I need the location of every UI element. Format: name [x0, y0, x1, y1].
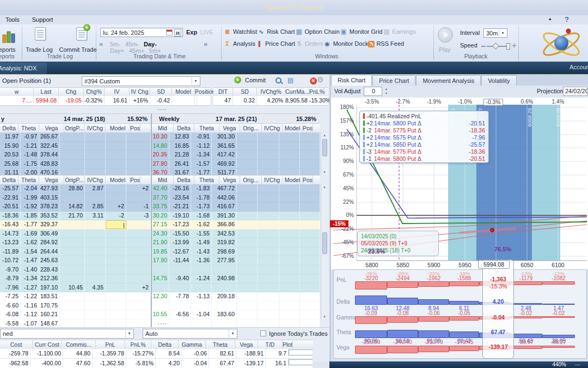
close-position-icon[interactable]: [310, 77, 317, 85]
option-row[interactable]: 27.15-17.23 -1.62366.86: [152, 220, 320, 230]
model-cell[interactable]: [106, 184, 126, 193]
column-header[interactable]: Cost: [0, 340, 33, 349]
option-row[interactable]: -7.96-1.27 197.1010.45 4.35 +2: [0, 283, 151, 293]
ribbon-window-button[interactable]: Orders: [295, 39, 323, 48]
gear-icon[interactable]: [317, 75, 324, 84]
option-row[interactable]: -20.51-1.92 378.2314.82 2.85+2 -1: [0, 202, 151, 212]
option-row[interactable]: -7.25-1.22 183.51: [0, 292, 151, 301]
plot-checkbox[interactable]: ✓: [289, 349, 313, 355]
tab-analysis-ndx[interactable]: Analysis: NDX: [0, 63, 47, 74]
position-selector[interactable]: #394 Custom ▾: [82, 76, 200, 86]
option-row[interactable]: 37.70-23.54 -1.78442.06: [152, 194, 320, 203]
option-row[interactable]: 33.75-21.21 -1.73416.67: [152, 202, 320, 212]
column-header[interactable]: Commis...: [62, 340, 96, 349]
column-header[interactable]: Curr Cost: [33, 340, 62, 349]
model-cell[interactable]: -2: [106, 212, 126, 220]
ignore-trades-checkbox[interactable]: [260, 330, 266, 336]
ribbon-window-button[interactable]: Watchlist: [223, 27, 257, 36]
trade-log-button-label[interactable]: Trade Log: [22, 46, 57, 53]
column-header[interactable]: Theta: [194, 176, 219, 185]
column-header[interactable]: PnL%: [309, 88, 325, 96]
column-header[interactable]: SD: [150, 88, 172, 96]
speed-plus-icon[interactable]: ✛: [512, 43, 516, 49]
column-header[interactable]: IVChg: [85, 176, 106, 185]
option-row[interactable]: -11.89-1.54 264.44: [0, 248, 151, 257]
puts-scrollbar[interactable]: ▲ ▼: [321, 184, 328, 319]
splitter-grip[interactable]: ••••: [158, 107, 168, 111]
option-row[interactable]: -9.70-1.40 228.43: [0, 266, 151, 275]
zoom-slider[interactable]: —: [575, 361, 580, 368]
option-row[interactable]: 11.97-0.97 265.67: [0, 132, 151, 142]
ribbon-window-button[interactable]: Price Chart: [255, 39, 295, 48]
model-cell[interactable]: [106, 283, 126, 292]
column-header[interactable]: Vega: [235, 340, 258, 349]
column-header[interactable]: Model: [283, 124, 303, 133]
plot-checkbox[interactable]: ✓: [289, 359, 313, 365]
option-row[interactable]: 42.40-26.16 -1.83467.72: [152, 184, 320, 194]
option-row[interactable]: 17.90-11.44 -1.36277.95: [152, 256, 320, 266]
column-header[interactable]: Theta: [194, 124, 219, 133]
option-row[interactable]: 12.30-7.78 -1.13209.18: [152, 292, 320, 301]
column-header[interactable]: IVChg: [262, 124, 283, 133]
commit-button[interactable]: Commit: [234, 76, 266, 83]
column-header[interactable]: Model: [106, 124, 130, 133]
trade-row[interactable]: -259.78-1,100.00 44.80-1,359.78 -15.27%8…: [0, 349, 313, 359]
column-header[interactable]: CurrMa...: [285, 88, 309, 96]
column-header[interactable]: IV: [105, 88, 130, 96]
column-header[interactable]: Vega: [39, 176, 64, 185]
model-cell[interactable]: [106, 238, 126, 247]
model-cell[interactable]: [106, 194, 126, 202]
column-header[interactable]: Theta: [19, 176, 39, 185]
ribbon-window-button[interactable]: Monitor Dock: [323, 39, 369, 48]
risk-chart[interactable]: -3.5%-2.7%-1.9%-1.0%-0.3%0.6%1.4% 180%15…: [333, 98, 588, 269]
interval-select[interactable]: 30m ▾: [483, 28, 507, 38]
column-header[interactable]: Theta: [19, 124, 39, 133]
ribbon-window-button[interactable]: RSS Feed: [368, 39, 404, 48]
column-header[interactable]: OrigP...: [64, 176, 85, 185]
column-header[interactable]: Pos: [130, 176, 140, 185]
model-cell[interactable]: [106, 256, 126, 265]
option-row[interactable]: 24.30-15.50 -1.55342.53: [152, 230, 320, 239]
option-row[interactable]: 27.9026.41 -1.57469.92: [152, 160, 320, 169]
model-cell[interactable]: [106, 230, 126, 238]
trading-date-input[interactable]: lu. 24 feb. 2025 H: [100, 28, 183, 37]
calls-scrollbar[interactable]: ▲ ▼: [321, 132, 328, 175]
column-header[interactable]: PnL%: [125, 340, 151, 349]
ribbon-window-button[interactable]: Monitor Grid: [340, 27, 383, 36]
reports-icon[interactable]: [1, 28, 16, 44]
column-header[interactable]: Delta: [0, 176, 19, 185]
option-row[interactable]: 10.3012.83 -0.91301.30: [152, 132, 320, 142]
time-step-button[interactable]: 45m-: [125, 41, 139, 47]
calendar-icon[interactable]: [166, 29, 173, 35]
model-cell[interactable]: +2: [106, 202, 126, 211]
analysis-tab[interactable]: Movement Analysis: [416, 75, 481, 86]
option-row[interactable]: -22.91-1.99 403.15: [0, 194, 151, 203]
column-header[interactable]: Chg: [59, 88, 84, 96]
column-header[interactable]: Pos: [130, 124, 140, 133]
collapse-ribbon-icon[interactable]: ▴: [549, 16, 552, 21]
next-chevron-icon[interactable]: »: [204, 40, 207, 48]
export-icon[interactable]: [287, 76, 293, 84]
column-header[interactable]: IVChg: [85, 124, 106, 133]
column-header[interactable]: Orig...: [240, 124, 262, 133]
play-button[interactable]: [438, 27, 453, 43]
option-row[interactable]: -14.73-1.69 306.49: [0, 230, 151, 239]
analysis-tab[interactable]: Price Chart: [372, 75, 415, 86]
option-row[interactable]: -18.36-1.85 353.5221.70 3.11-2 -3: [0, 212, 151, 221]
projection-date-input[interactable]: 24/02/202: [563, 87, 588, 96]
commit-trade-button[interactable]: [71, 27, 93, 40]
chain-header-weekly[interactable]: Weekly 17 mar. 25 (21) 15.28%: [152, 113, 320, 124]
column-header[interactable]: Plot: [283, 340, 293, 349]
search-icon[interactable]: [275, 77, 283, 85]
model-cell[interactable]: [106, 248, 126, 256]
speed-slider-thumb[interactable]: [492, 43, 499, 50]
reports-button[interactable]: Reports: [0, 46, 16, 53]
plot-mode-select[interactable]: ned ▾: [0, 329, 134, 339]
column-header[interactable]: Pos: [303, 176, 313, 185]
option-row[interactable]: 10.55-6.56 -1.04183.60: [152, 310, 320, 319]
column-header[interactable]: Position: [195, 88, 216, 96]
option-row[interactable]: [152, 266, 320, 275]
option-row[interactable]: -25.57-2.04 427.9328.80 2.87 +2: [0, 184, 151, 194]
column-header[interactable]: Model: [172, 88, 195, 96]
commit-trade-button-label[interactable]: Commit Trade: [57, 46, 99, 53]
